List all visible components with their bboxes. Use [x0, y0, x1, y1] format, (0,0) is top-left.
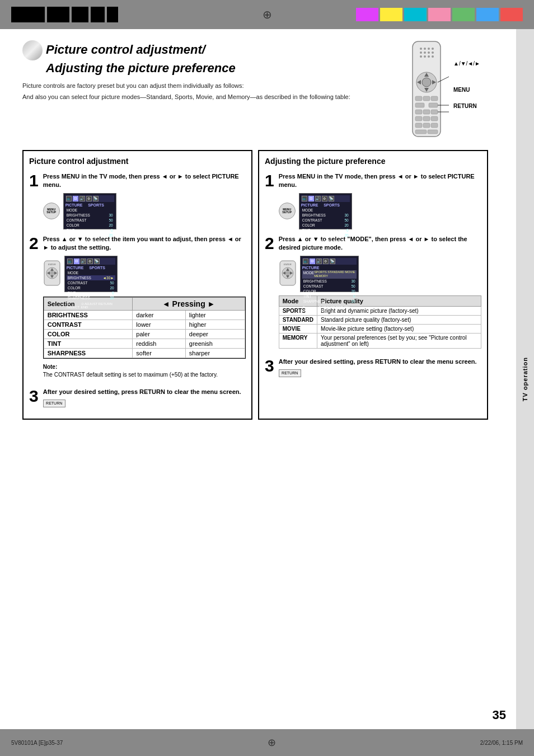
top-decorative-bar: ⊕: [0, 0, 534, 29]
table-row: TINT reddish greenish: [44, 339, 245, 348]
rms2-contrast: CONTRAST50: [302, 284, 357, 289]
svg-rect-31: [423, 123, 430, 128]
svg-rect-24: [415, 110, 422, 114]
mode-cell-mode: STANDARD: [279, 315, 317, 324]
ms2-icon-4: ⚙: [87, 259, 93, 264]
remote-diagram: ▲/▼/◄/► MENU RETURN: [404, 40, 488, 141]
two-column-layout: Picture control adjustment 1 Press MENU …: [22, 150, 488, 420]
rms1-hints: ⊙ SELECT⊙ ADJUST RETURN END: [301, 239, 350, 246]
note-box: Note: The CONTRAST default setting is se…: [43, 363, 246, 379]
bottom-bar: 5V80101A [E]p35-37 ⊕ 2/22/06, 1:15 PM: [0, 729, 534, 756]
table-cell-item: TINT: [44, 339, 133, 348]
svg-point-7: [428, 51, 430, 54]
ms2-icon-2: 🖼: [74, 259, 79, 264]
rms1-icon-3: 🔊: [315, 196, 321, 201]
black-rect-3: [72, 7, 88, 22]
mode-table-row: MOVIE Movie-like picture setting (factor…: [279, 324, 481, 333]
svg-point-5: [420, 51, 422, 54]
menu-setup-btn: MENU SETUP: [43, 203, 60, 219]
ms2-tint: TINT0: [67, 290, 115, 295]
rms1-tint: TINT0: [301, 228, 350, 233]
rms2-hints: ⊙ SELECT⊙ ADJUST RETURN END: [302, 305, 357, 312]
right-menu-screen-1: 📺 🖼 🔊 ⚙ 📡 PICTURE SPORTS MODE BRIGHTNESS…: [299, 193, 352, 229]
title-circle-decoration: [22, 40, 43, 60]
mode-table-row: MEMORY Your personal preferences (set by…: [279, 333, 481, 348]
right-mini-remote-1: MENU SETUP: [279, 203, 296, 219]
ms2-icon-1: 📺: [67, 259, 73, 264]
crosshair-bottom: ⊕: [268, 736, 276, 749]
ms2-sharpness: SHARPNESS20: [67, 295, 115, 300]
mode-cell-mode: MOVIE: [279, 324, 317, 333]
svg-rect-32: [431, 123, 438, 128]
svg-rect-29: [431, 116, 438, 121]
left-step2-number: 2: [29, 235, 39, 252]
svg-rect-25: [423, 110, 430, 114]
left-step-2: 2 Press ▲ or ▼ to select the item you wa…: [29, 235, 246, 382]
rms1-icon-1: 📺: [302, 196, 307, 201]
table-cell-left: paler: [133, 329, 185, 339]
mode-cell-desc: Movie-like picture setting (factory-set): [317, 324, 481, 333]
ms2-brightness: BRIGHTNESS◄30►: [67, 275, 115, 280]
svg-point-10: [424, 55, 426, 58]
left-column: Picture control adjustment 1 Press MENU …: [22, 150, 252, 420]
svg-point-4: [432, 48, 434, 50]
color-block-cyan: [404, 8, 427, 21]
title-text-area: Picture control adjustment/ Adjusting th…: [22, 40, 387, 104]
svg-rect-23: [429, 103, 438, 107]
ms2-contrast: CONTRAST50: [67, 280, 115, 285]
rms2-icon-2: 🖼: [310, 259, 315, 264]
right-step-2: 2 Press ▲ or ▼ to select "MODE", then pr…: [265, 235, 481, 352]
right-mini-remote-2: ENTER: [279, 260, 297, 288]
color-block-red: [500, 8, 523, 21]
mode-cell-desc: Standard picture quality (factory-set): [317, 315, 481, 324]
left-step1-diagram: MENU SETUP 📺 🖼 🔊 ⚙ 📡: [43, 193, 246, 229]
main-content: Picture control adjustment/ Adjusting th…: [0, 29, 516, 431]
menu-screen-1: 📺 🖼 🔊 ⚙ 📡 PICTURE SPORTS MODE BRIGHTNESS…: [63, 193, 116, 229]
mini-remote-svg-2: ENTER: [43, 260, 61, 287]
svg-point-1: [420, 48, 422, 50]
desc1: Picture controls are factory preset but …: [22, 81, 387, 91]
left-step2-diagram: ENTER 📺 🖼 🔊 ⚙ 📡 PI: [43, 256, 246, 292]
right-return-btn: RETURN: [279, 369, 301, 377]
table-cell-item: CONTRAST: [44, 320, 133, 329]
rms1-color: COLOR20: [301, 223, 350, 228]
black-rect-4: [91, 7, 105, 22]
menu-row-brightness: BRIGHTNESS30: [65, 213, 114, 218]
left-return-btn: RETURN: [43, 400, 65, 407]
right-step1-number: 1: [265, 172, 274, 189]
left-col-header: Picture control adjustment: [29, 157, 246, 168]
menu-icon-1: 📺: [66, 196, 72, 201]
table-cell-left: softer: [133, 348, 185, 358]
desc2: And also you can select four picture mod…: [22, 92, 387, 102]
menu-icon-4: ⚙: [86, 196, 92, 201]
svg-point-40: [50, 271, 54, 275]
bottom-right-text: 2/22/06, 1:15 PM: [480, 740, 523, 746]
right-step2-number: 2: [265, 235, 274, 252]
right-menu-screen-2: 📺 🖼 🔊 ⚙ 📡 PICTURE MODESPORTS STANDARD MO…: [300, 256, 359, 292]
svg-text:ENTER: ENTER: [48, 263, 56, 266]
black-rect-2: [47, 7, 69, 22]
ms2-color: COLOR20: [67, 285, 115, 290]
svg-point-11: [428, 55, 430, 58]
mode-cell-mode: MEMORY: [279, 333, 317, 348]
rms2-icon-3: 🔊: [316, 259, 322, 264]
rms2-title: PICTURE: [302, 266, 357, 270]
rms2-mode-row: MODESPORTS STANDARD MOVIE MEMORY: [302, 270, 357, 279]
svg-rect-33: [415, 130, 427, 134]
menu-screen-header-1: 📺 🖼 🔊 ⚙ 📡: [65, 195, 114, 202]
menu-row-sharpness: SHARPNESS20: [65, 233, 114, 238]
color-block-pink: [428, 8, 451, 21]
svg-point-3: [428, 48, 430, 50]
left-step3-text: After your desired setting, press RETURN…: [43, 388, 246, 396]
right-step2-diagram: ENTER 📺 🖼 🔊 ⚙ 📡 PI: [279, 256, 481, 292]
table-row: COLOR paler deeper: [44, 329, 245, 339]
color-block-green: [452, 8, 475, 21]
right-menu-setup-btn: MENU SETUP: [279, 203, 296, 219]
menu-row-color: COLOR20: [65, 223, 114, 228]
svg-point-12: [432, 55, 434, 58]
menu-icon-5: 📡: [93, 196, 99, 201]
menu-row-tint: TINT0: [65, 228, 114, 233]
svg-point-8: [432, 51, 434, 54]
table-cell-right: sharper: [185, 348, 245, 358]
right-step-3: 3 After your desired setting, press RETU…: [265, 358, 481, 377]
